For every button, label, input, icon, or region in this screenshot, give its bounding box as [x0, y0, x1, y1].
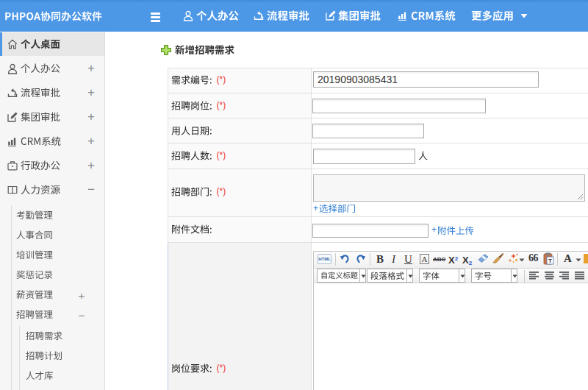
svg-text:T: T [548, 258, 552, 264]
